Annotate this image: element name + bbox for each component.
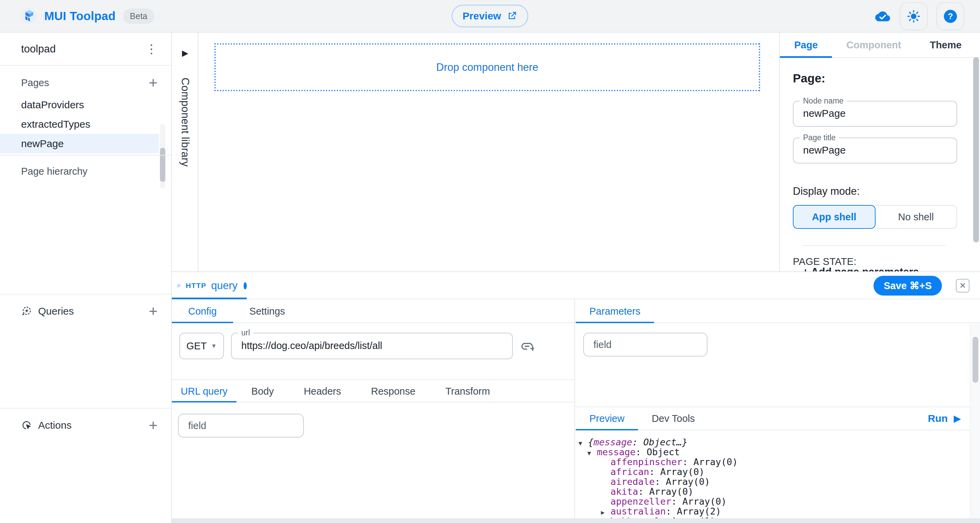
json-key: message — [597, 447, 636, 457]
json-key: akita — [611, 486, 638, 497]
parameter-field — [583, 333, 708, 357]
query-icon — [177, 281, 181, 291]
url-input[interactable] — [240, 333, 498, 358]
query-tab[interactable]: HTTP query — [172, 272, 247, 299]
tab-dev-tools[interactable]: Dev Tools — [638, 407, 708, 430]
page-title-label: Page title — [800, 133, 839, 142]
page-title-field: Page title — [793, 137, 957, 163]
tab-headers[interactable]: Headers — [289, 380, 356, 402]
json-key: message — [593, 437, 632, 447]
open-in-new-icon — [507, 11, 517, 21]
tab-theme[interactable]: Theme — [915, 33, 975, 57]
explorer-sidebar: toolpad ⋮ Pages + dataProviders extracte… — [0, 33, 172, 523]
json-tree-row: african: Array(0) — [579, 467, 980, 477]
active-tab-underline — [780, 56, 832, 58]
component-library-rail[interactable]: ▶ Component library — [172, 33, 198, 271]
tree-expand-icon[interactable]: ▶ — [601, 507, 611, 517]
active-tab-underline — [172, 322, 233, 323]
svg-text:?: ? — [948, 11, 953, 21]
horizontal-scrollbar-track[interactable] — [172, 518, 980, 523]
query-editor-panel: HTTP query Save ⌘+S ✕ Config Settings GE… — [172, 271, 980, 523]
tab-transform[interactable]: Transform — [430, 380, 505, 402]
query-config-section: Config Settings GET ▼ url — [172, 300, 575, 523]
divider — [0, 155, 171, 156]
brand: MUI Toolpad Beta — [21, 8, 154, 24]
json-tree: ▼{message: Object…}▼message: Objectaffen… — [576, 431, 980, 523]
action-icon — [21, 420, 32, 431]
preview-button-label: Preview — [463, 10, 501, 22]
expand-library-icon[interactable]: ▶ — [172, 48, 198, 58]
tree-collapse-icon[interactable]: ▼ — [579, 438, 588, 448]
display-mode-no-shell[interactable]: No shell — [875, 205, 958, 229]
tab-url-query[interactable]: URL query — [172, 380, 237, 402]
queries-section-header: Queries + — [0, 299, 171, 324]
sidebar-page-item[interactable]: dataProviders — [0, 95, 159, 115]
divider — [0, 294, 171, 295]
parameter-field-input[interactable] — [593, 339, 701, 351]
component-drop-zone[interactable]: Drop component here — [215, 43, 760, 91]
active-tab-underline — [172, 401, 237, 402]
project-menu-button[interactable]: ⋮ — [145, 43, 158, 55]
url-query-field-input[interactable] — [188, 420, 297, 432]
url-label: url — [238, 328, 253, 337]
toolpad-app: MUI Toolpad Beta Preview — [0, 0, 980, 523]
header-actions: ? — [875, 0, 964, 33]
query-protocol: HTTP — [186, 282, 207, 290]
tab-parameters[interactable]: Parameters — [576, 300, 654, 322]
preview-button[interactable]: Preview — [452, 5, 528, 27]
result-scrollbar-thumb[interactable] — [972, 337, 978, 383]
tab-component[interactable]: Component — [832, 33, 915, 57]
pages-scrollbar-thumb[interactable] — [160, 148, 165, 182]
request-row: GET ▼ url — [179, 333, 574, 359]
app-header: MUI Toolpad Beta Preview — [0, 0, 980, 33]
tree-collapse-icon[interactable]: ▼ — [587, 448, 597, 458]
tab-response[interactable]: Response — [356, 380, 430, 402]
chevron-down-icon: ▼ — [211, 343, 217, 350]
request-detail-tabs: URL query Body Headers Response Transfor… — [172, 379, 574, 402]
tab-config[interactable]: Config — [172, 300, 233, 322]
active-tab-underline — [576, 322, 654, 323]
json-tree-row: akita: Array(0) — [579, 486, 980, 496]
query-icon — [21, 306, 32, 317]
tab-page[interactable]: Page — [780, 33, 832, 57]
tab-settings[interactable]: Settings — [233, 300, 301, 322]
json-tree-row: airedale: Array(0) — [579, 477, 980, 486]
tab-body[interactable]: Body — [237, 380, 289, 402]
beta-badge: Beta — [123, 8, 154, 24]
http-method-value: GET — [186, 341, 207, 352]
add-page-button[interactable]: + — [149, 75, 158, 90]
run-query-button[interactable]: Run ▶ — [926, 407, 963, 430]
tab-preview[interactable]: Preview — [576, 407, 638, 430]
save-button[interactable]: Save ⌘+S — [873, 276, 942, 295]
help-button[interactable]: ? — [937, 2, 964, 30]
divider — [0, 408, 171, 408]
add-action-button[interactable]: + — [149, 418, 158, 433]
theme-mode-button[interactable] — [900, 2, 928, 30]
actions-label: Actions — [38, 419, 72, 431]
queries-label: Queries — [38, 305, 74, 317]
play-icon: ▶ — [954, 413, 961, 424]
display-mode-toggle: App shell No shell — [793, 205, 957, 229]
add-query-button[interactable]: + — [149, 304, 158, 319]
pages-section-header: Pages + — [0, 70, 171, 95]
json-tree-row: affenpinscher: Array(0) — [579, 457, 980, 467]
url-query-field — [178, 414, 304, 437]
sidebar-page-item[interactable]: extractedTypes — [0, 115, 159, 134]
query-name: query — [211, 279, 238, 292]
page-attributes: Page: Node name Page title Display mode:… — [780, 72, 980, 267]
display-mode-app-shell[interactable]: App shell — [793, 205, 875, 229]
inspector-scrollbar-thumb[interactable] — [973, 57, 979, 242]
bind-url-button[interactable] — [520, 340, 534, 354]
add-page-parameters-button[interactable]: + Add page parameters — [802, 266, 919, 271]
http-method-select[interactable]: GET ▼ — [179, 333, 224, 359]
query-panel-header: HTTP query Save ⌘+S ✕ — [172, 272, 980, 299]
result-tabs: Preview Dev Tools Run ▶ — [576, 407, 980, 431]
close-query-panel-button[interactable]: ✕ — [956, 279, 969, 292]
json-key: african — [611, 467, 649, 477]
pages-label: Pages — [21, 77, 49, 89]
node-name-field: Node name — [793, 101, 957, 127]
json-tree-row: ▶australian: Array(2) — [579, 506, 980, 516]
inspector-panel: Page Component Theme Page: Node name Pag… — [779, 33, 980, 271]
sidebar-page-item-selected[interactable]: newPage — [0, 134, 159, 153]
json-tree-row: ▼message: Object — [579, 447, 980, 457]
